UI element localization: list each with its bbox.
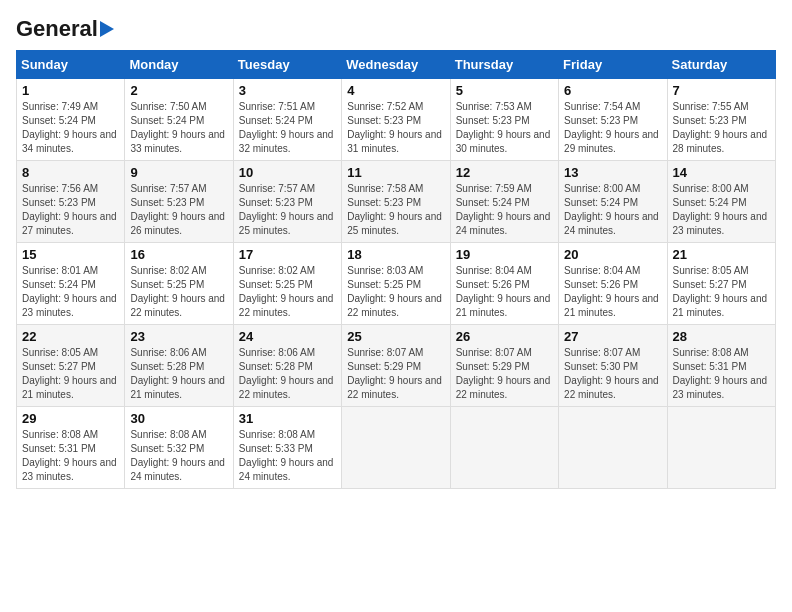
calendar-cell: 29 Sunrise: 8:08 AMSunset: 5:31 PMDaylig… (17, 407, 125, 489)
day-number: 28 (673, 329, 770, 344)
day-number: 16 (130, 247, 227, 262)
calendar-cell: 3 Sunrise: 7:51 AMSunset: 5:24 PMDayligh… (233, 79, 341, 161)
day-info: Sunrise: 8:04 AMSunset: 5:26 PMDaylight:… (564, 265, 659, 318)
calendar-cell: 17 Sunrise: 8:02 AMSunset: 5:25 PMDaylig… (233, 243, 341, 325)
day-number: 3 (239, 83, 336, 98)
calendar-table: SundayMondayTuesdayWednesdayThursdayFrid… (16, 50, 776, 489)
page-header: General (16, 16, 776, 42)
calendar-cell: 1 Sunrise: 7:49 AMSunset: 5:24 PMDayligh… (17, 79, 125, 161)
calendar-cell: 16 Sunrise: 8:02 AMSunset: 5:25 PMDaylig… (125, 243, 233, 325)
day-info: Sunrise: 7:54 AMSunset: 5:23 PMDaylight:… (564, 101, 659, 154)
calendar-cell: 23 Sunrise: 8:06 AMSunset: 5:28 PMDaylig… (125, 325, 233, 407)
day-info: Sunrise: 7:57 AMSunset: 5:23 PMDaylight:… (239, 183, 334, 236)
calendar-cell: 14 Sunrise: 8:00 AMSunset: 5:24 PMDaylig… (667, 161, 775, 243)
header-saturday: Saturday (667, 51, 775, 79)
day-number: 15 (22, 247, 119, 262)
calendar-cell: 25 Sunrise: 8:07 AMSunset: 5:29 PMDaylig… (342, 325, 450, 407)
day-number: 20 (564, 247, 661, 262)
day-info: Sunrise: 7:56 AMSunset: 5:23 PMDaylight:… (22, 183, 117, 236)
calendar-cell: 26 Sunrise: 8:07 AMSunset: 5:29 PMDaylig… (450, 325, 558, 407)
logo-text: General (16, 16, 98, 42)
day-info: Sunrise: 8:07 AMSunset: 5:29 PMDaylight:… (456, 347, 551, 400)
calendar-header-row: SundayMondayTuesdayWednesdayThursdayFrid… (17, 51, 776, 79)
calendar-cell: 28 Sunrise: 8:08 AMSunset: 5:31 PMDaylig… (667, 325, 775, 407)
calendar-cell: 2 Sunrise: 7:50 AMSunset: 5:24 PMDayligh… (125, 79, 233, 161)
week-row-3: 15 Sunrise: 8:01 AMSunset: 5:24 PMDaylig… (17, 243, 776, 325)
header-wednesday: Wednesday (342, 51, 450, 79)
day-info: Sunrise: 8:08 AMSunset: 5:31 PMDaylight:… (22, 429, 117, 482)
calendar-cell: 11 Sunrise: 7:58 AMSunset: 5:23 PMDaylig… (342, 161, 450, 243)
day-number: 4 (347, 83, 444, 98)
calendar-cell: 21 Sunrise: 8:05 AMSunset: 5:27 PMDaylig… (667, 243, 775, 325)
calendar-cell (667, 407, 775, 489)
calendar-cell (342, 407, 450, 489)
calendar-cell: 24 Sunrise: 8:06 AMSunset: 5:28 PMDaylig… (233, 325, 341, 407)
header-tuesday: Tuesday (233, 51, 341, 79)
day-number: 17 (239, 247, 336, 262)
day-info: Sunrise: 7:52 AMSunset: 5:23 PMDaylight:… (347, 101, 442, 154)
calendar-cell (450, 407, 558, 489)
day-number: 11 (347, 165, 444, 180)
day-number: 8 (22, 165, 119, 180)
day-info: Sunrise: 8:07 AMSunset: 5:30 PMDaylight:… (564, 347, 659, 400)
day-info: Sunrise: 7:53 AMSunset: 5:23 PMDaylight:… (456, 101, 551, 154)
day-info: Sunrise: 8:08 AMSunset: 5:32 PMDaylight:… (130, 429, 225, 482)
calendar-cell (559, 407, 667, 489)
calendar-cell: 20 Sunrise: 8:04 AMSunset: 5:26 PMDaylig… (559, 243, 667, 325)
day-info: Sunrise: 8:07 AMSunset: 5:29 PMDaylight:… (347, 347, 442, 400)
calendar-cell: 15 Sunrise: 8:01 AMSunset: 5:24 PMDaylig… (17, 243, 125, 325)
calendar-cell: 12 Sunrise: 7:59 AMSunset: 5:24 PMDaylig… (450, 161, 558, 243)
logo-arrow-icon (100, 21, 114, 37)
day-info: Sunrise: 8:05 AMSunset: 5:27 PMDaylight:… (673, 265, 768, 318)
day-number: 9 (130, 165, 227, 180)
day-info: Sunrise: 7:58 AMSunset: 5:23 PMDaylight:… (347, 183, 442, 236)
day-info: Sunrise: 7:50 AMSunset: 5:24 PMDaylight:… (130, 101, 225, 154)
header-thursday: Thursday (450, 51, 558, 79)
logo: General (16, 16, 114, 42)
day-number: 27 (564, 329, 661, 344)
calendar-cell: 5 Sunrise: 7:53 AMSunset: 5:23 PMDayligh… (450, 79, 558, 161)
week-row-2: 8 Sunrise: 7:56 AMSunset: 5:23 PMDayligh… (17, 161, 776, 243)
calendar-cell: 22 Sunrise: 8:05 AMSunset: 5:27 PMDaylig… (17, 325, 125, 407)
day-number: 22 (22, 329, 119, 344)
day-number: 13 (564, 165, 661, 180)
day-info: Sunrise: 8:04 AMSunset: 5:26 PMDaylight:… (456, 265, 551, 318)
day-number: 10 (239, 165, 336, 180)
header-friday: Friday (559, 51, 667, 79)
day-number: 31 (239, 411, 336, 426)
day-number: 2 (130, 83, 227, 98)
calendar-cell: 4 Sunrise: 7:52 AMSunset: 5:23 PMDayligh… (342, 79, 450, 161)
day-number: 14 (673, 165, 770, 180)
week-row-4: 22 Sunrise: 8:05 AMSunset: 5:27 PMDaylig… (17, 325, 776, 407)
calendar-cell: 10 Sunrise: 7:57 AMSunset: 5:23 PMDaylig… (233, 161, 341, 243)
day-info: Sunrise: 8:08 AMSunset: 5:31 PMDaylight:… (673, 347, 768, 400)
day-info: Sunrise: 7:49 AMSunset: 5:24 PMDaylight:… (22, 101, 117, 154)
calendar-cell: 30 Sunrise: 8:08 AMSunset: 5:32 PMDaylig… (125, 407, 233, 489)
day-info: Sunrise: 7:55 AMSunset: 5:23 PMDaylight:… (673, 101, 768, 154)
day-number: 26 (456, 329, 553, 344)
day-info: Sunrise: 7:51 AMSunset: 5:24 PMDaylight:… (239, 101, 334, 154)
day-number: 19 (456, 247, 553, 262)
day-number: 23 (130, 329, 227, 344)
day-info: Sunrise: 8:05 AMSunset: 5:27 PMDaylight:… (22, 347, 117, 400)
day-info: Sunrise: 8:01 AMSunset: 5:24 PMDaylight:… (22, 265, 117, 318)
day-info: Sunrise: 7:59 AMSunset: 5:24 PMDaylight:… (456, 183, 551, 236)
day-info: Sunrise: 8:02 AMSunset: 5:25 PMDaylight:… (239, 265, 334, 318)
calendar-cell: 13 Sunrise: 8:00 AMSunset: 5:24 PMDaylig… (559, 161, 667, 243)
day-info: Sunrise: 8:02 AMSunset: 5:25 PMDaylight:… (130, 265, 225, 318)
day-number: 12 (456, 165, 553, 180)
day-info: Sunrise: 8:06 AMSunset: 5:28 PMDaylight:… (239, 347, 334, 400)
day-info: Sunrise: 8:00 AMSunset: 5:24 PMDaylight:… (673, 183, 768, 236)
calendar-cell: 6 Sunrise: 7:54 AMSunset: 5:23 PMDayligh… (559, 79, 667, 161)
day-info: Sunrise: 8:06 AMSunset: 5:28 PMDaylight:… (130, 347, 225, 400)
calendar-cell: 19 Sunrise: 8:04 AMSunset: 5:26 PMDaylig… (450, 243, 558, 325)
day-info: Sunrise: 8:00 AMSunset: 5:24 PMDaylight:… (564, 183, 659, 236)
calendar-cell: 18 Sunrise: 8:03 AMSunset: 5:25 PMDaylig… (342, 243, 450, 325)
day-number: 25 (347, 329, 444, 344)
day-number: 1 (22, 83, 119, 98)
calendar-cell: 9 Sunrise: 7:57 AMSunset: 5:23 PMDayligh… (125, 161, 233, 243)
calendar-cell: 8 Sunrise: 7:56 AMSunset: 5:23 PMDayligh… (17, 161, 125, 243)
day-info: Sunrise: 8:08 AMSunset: 5:33 PMDaylight:… (239, 429, 334, 482)
day-number: 5 (456, 83, 553, 98)
week-row-1: 1 Sunrise: 7:49 AMSunset: 5:24 PMDayligh… (17, 79, 776, 161)
